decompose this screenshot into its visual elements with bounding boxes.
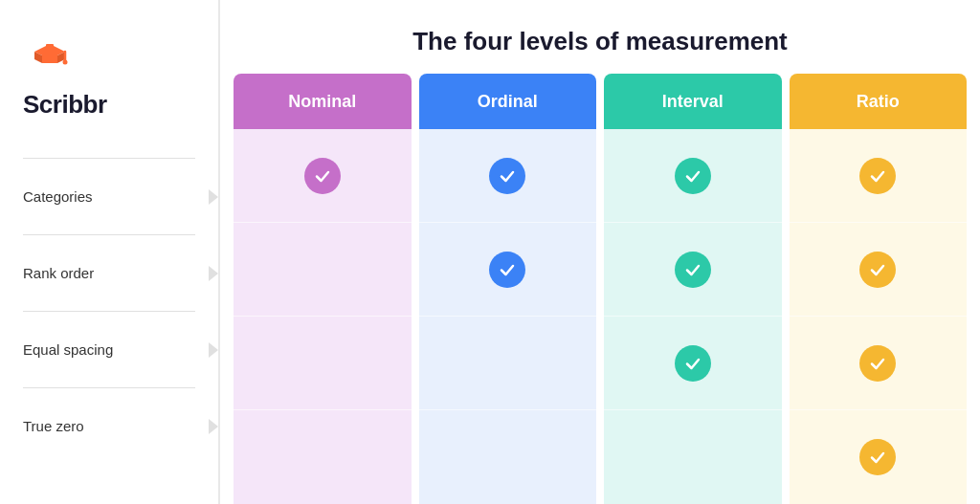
measurement-table: Nominal Ordinal Interval Ratio [220,74,980,504]
cell-zero-nominal [234,410,412,504]
cell-rank-ratio [790,223,968,317]
check-ratio [859,439,896,475]
cell-categories-ordinal [419,129,597,223]
cell-categories-nominal [234,129,412,223]
row-label-categories: Categories [23,158,195,234]
sidebar: Scribbr Categories Rank order Equal spac… [0,0,220,504]
cell-categories-interval [604,129,782,223]
row-label-equal-spacing: Equal spacing [23,311,195,387]
header-ordinal: Ordinal [419,74,597,129]
check-interval [675,345,711,382]
check-ordinal [489,158,525,194]
scribbr-logo-icon [23,31,77,84]
check-ratio [859,252,896,288]
cell-zero-ratio [790,410,968,504]
cell-equal-ratio [790,317,968,410]
svg-rect-2 [46,44,54,47]
row-label-rank-order: Rank order [23,234,195,311]
table-row [230,410,970,504]
check-ratio [859,345,896,382]
svg-marker-5 [42,55,57,63]
main-content: The four levels of measurement Nominal O… [220,0,980,504]
logo-area: Scribbr [23,31,107,120]
cell-equal-ordinal [419,317,597,410]
column-headers: Nominal Ordinal Interval Ratio [230,74,970,129]
header-ratio: Ratio [790,74,968,129]
cell-zero-ordinal [419,410,597,504]
header-nominal: Nominal [234,74,412,129]
cell-equal-nominal [234,317,412,410]
svg-point-7 [63,60,68,65]
check-interval [675,252,711,288]
header-interval: Interval [604,74,782,129]
cell-rank-nominal [234,223,412,317]
table-body [230,129,970,504]
page-title: The four levels of measurement [220,0,980,74]
cell-categories-ratio [790,129,968,223]
table-row [230,223,970,317]
main-container: Scribbr Categories Rank order Equal spac… [0,0,980,504]
check-interval [675,158,711,194]
check-ordinal [489,252,525,288]
check-ratio [859,158,896,194]
logo-text: Scribbr [23,90,107,120]
table-row [230,317,970,410]
cell-equal-interval [604,317,782,410]
cell-rank-interval [604,223,782,317]
check-nominal [304,158,341,194]
cell-zero-interval [604,410,782,504]
row-label-true-zero: True zero [23,387,195,464]
table-row [230,129,970,223]
row-labels: Categories Rank order Equal spacing True… [23,158,195,464]
cell-rank-ordinal [419,223,597,317]
